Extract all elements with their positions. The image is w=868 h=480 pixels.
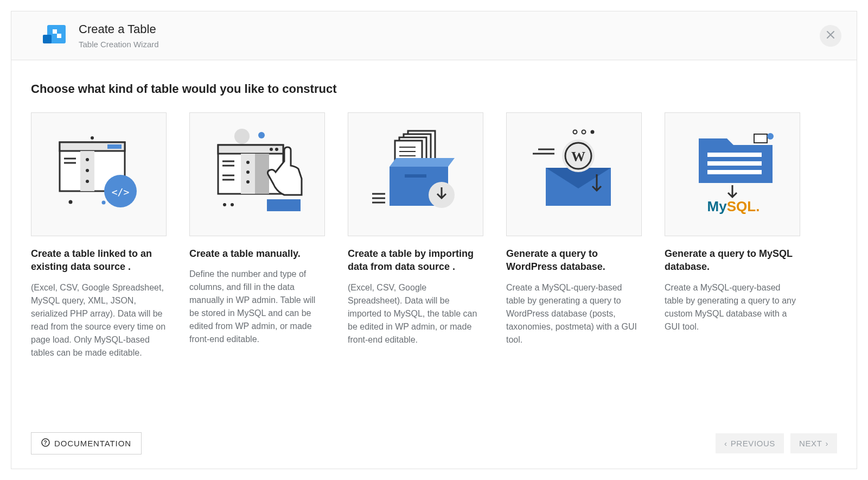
svg-point-51: [591, 130, 595, 134]
app-logo-icon: [42, 23, 68, 49]
option-desc: (Excel, CSV, Google Spreadsheet, MySQL q…: [31, 281, 167, 359]
close-icon: [826, 29, 835, 42]
svg-point-50: [582, 130, 586, 134]
svg-point-15: [102, 201, 106, 205]
wordpress-query-icon: W: [520, 124, 628, 224]
svg-point-35: [231, 203, 234, 206]
svg-point-10: [86, 180, 89, 183]
header-title: Create a Table: [79, 22, 159, 36]
svg-point-26: [246, 161, 250, 164]
option-linked-source: </> Create a table linked to an existing…: [31, 112, 167, 359]
wizard-footer: ? DOCUMENTATION ‹ PREVIOUS NEXT ›: [11, 422, 857, 469]
option-desc: Define the number and type of columns, a…: [189, 268, 325, 346]
svg-point-19: [234, 129, 250, 144]
wizard-content: Choose what kind of table would you like…: [11, 60, 857, 422]
svg-rect-25: [255, 154, 269, 194]
svg-point-16: [69, 200, 73, 204]
svg-rect-33: [267, 199, 301, 211]
svg-point-49: [573, 130, 577, 134]
close-button[interactable]: [820, 25, 841, 47]
option-wordpress-query: W Generate a query to WordPress database…: [506, 112, 642, 359]
option-title: Create a table linked to an existing dat…: [31, 247, 167, 274]
import-icon: [361, 124, 470, 224]
svg-rect-58: [707, 161, 762, 166]
option-title: Create a table manually.: [189, 247, 325, 260]
svg-rect-44: [405, 174, 426, 178]
svg-point-8: [86, 158, 89, 161]
svg-rect-6: [107, 144, 122, 149]
chevron-left-icon: ‹: [724, 439, 727, 448]
svg-point-61: [767, 133, 774, 140]
svg-text:MySQL.: MySQL.: [707, 198, 760, 214]
option-card-mysql-query[interactable]: MySQL.: [665, 112, 800, 236]
chevron-right-icon: ›: [825, 439, 828, 448]
svg-point-22: [270, 148, 273, 151]
help-icon: ?: [41, 438, 50, 449]
header-titles: Create a Table Table Creation Wizard: [79, 22, 159, 49]
next-label: NEXT: [799, 439, 822, 448]
section-heading: Choose what kind of table would you like…: [31, 82, 837, 96]
svg-point-28: [246, 180, 250, 184]
svg-rect-2: [53, 29, 57, 34]
linked-source-icon: </>: [50, 127, 148, 222]
svg-point-34: [223, 203, 226, 206]
previous-button[interactable]: ‹ PREVIOUS: [716, 433, 784, 453]
option-import: Create a table by importing data from da…: [348, 112, 483, 359]
option-desc: (Excel, CSV, Google Spreadsheet). Data w…: [348, 281, 483, 346]
option-card-linked-source[interactable]: </>: [31, 112, 167, 236]
svg-rect-1: [43, 35, 52, 43]
svg-text:W: W: [571, 149, 585, 165]
svg-rect-59: [707, 170, 762, 174]
option-title: Generate a query to MySQL database.: [665, 247, 800, 274]
svg-point-18: [258, 132, 265, 138]
svg-rect-21: [218, 145, 283, 154]
wizard-header: Create a Table Table Creation Wizard: [11, 11, 857, 60]
manual-icon: [203, 124, 311, 224]
svg-rect-57: [707, 153, 762, 157]
option-title: Create a table by importing data from da…: [348, 247, 483, 274]
header-subtitle: Table Creation Wizard: [79, 40, 159, 49]
card-list: </> Create a table linked to an existing…: [31, 112, 837, 359]
svg-point-23: [275, 148, 278, 151]
option-mysql-query: MySQL. Generate a query to MySQL databas…: [665, 112, 800, 359]
option-manual: Create a table manually. Define the numb…: [189, 112, 325, 359]
option-desc: Create a MySQL-query-based table by gene…: [665, 281, 800, 333]
option-card-wordpress-query[interactable]: W: [506, 112, 642, 236]
wizard-panel: Create a Table Table Creation Wizard Cho…: [11, 11, 857, 469]
svg-rect-60: [754, 134, 767, 143]
option-desc: Create a MySQL-query-based table by gene…: [506, 281, 642, 346]
svg-text:</>: </>: [112, 186, 130, 198]
svg-point-9: [86, 169, 89, 172]
option-card-manual[interactable]: [189, 112, 325, 236]
svg-point-27: [246, 170, 250, 174]
svg-point-17: [91, 136, 94, 140]
svg-text:?: ?: [43, 440, 47, 446]
mysql-query-icon: MySQL.: [678, 124, 787, 224]
option-title: Generate a query to WordPress database.: [506, 247, 642, 274]
option-card-import[interactable]: [348, 112, 483, 236]
svg-rect-3: [57, 34, 61, 38]
documentation-button[interactable]: ? DOCUMENTATION: [31, 432, 142, 454]
next-button[interactable]: NEXT ›: [790, 433, 837, 453]
documentation-label: DOCUMENTATION: [54, 439, 131, 448]
previous-label: PREVIOUS: [731, 439, 775, 448]
